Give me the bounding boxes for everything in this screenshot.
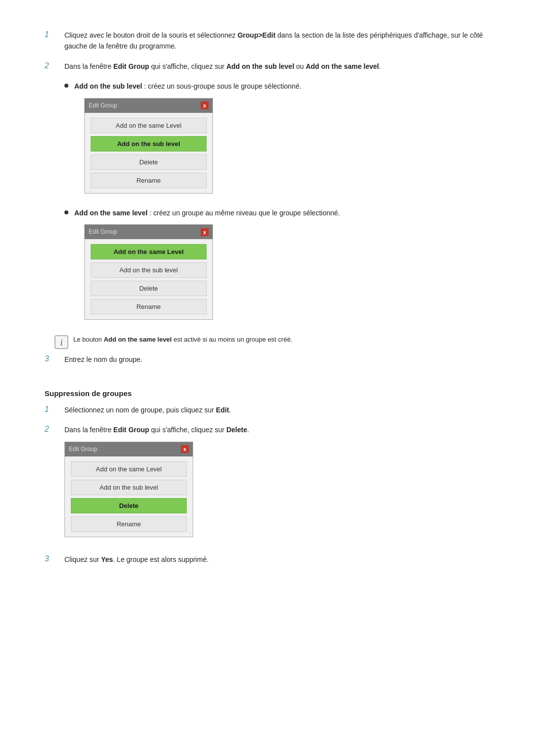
dialog-delete: Edit Group x Add on the same Level Add o… bbox=[64, 442, 193, 537]
step-2-text: Dans la fenêtre Edit Group qui s'affiche… bbox=[64, 61, 490, 72]
dialog-title-bar-3: Edit Group x bbox=[65, 442, 193, 456]
page-content: 1 Cliquez avec le bouton droit de la sou… bbox=[45, 30, 490, 565]
note-icon: i bbox=[54, 335, 68, 349]
bullet-dot-2 bbox=[64, 210, 68, 214]
suppress-step-1: 1 Sélectionnez un nom de groupe, puis cl… bbox=[45, 404, 490, 415]
step-3: 3 Entrez le nom du groupe. bbox=[45, 354, 490, 365]
suppress-step-3: 3 Cliquez sur Yes. Le groupe est alors s… bbox=[45, 554, 490, 565]
step-2: 2 Dans la fenêtre Edit Group qui s'affic… bbox=[45, 61, 490, 72]
suppress-step-3-text: Cliquez sur Yes. Le groupe est alors sup… bbox=[64, 554, 490, 565]
rename-btn-2[interactable]: Rename bbox=[91, 299, 207, 314]
step-1-text: Cliquez avec le bouton droit de la souri… bbox=[64, 30, 490, 52]
delete-btn-2[interactable]: Delete bbox=[91, 281, 207, 296]
dialog-body-2: Add on the same Level Add on the sub lev… bbox=[85, 239, 213, 319]
suppress-step-number-2: 2 bbox=[45, 424, 64, 434]
bullet-2-text: Add on the same level : créez un groupe … bbox=[74, 207, 490, 328]
add-sub-level-btn-1[interactable]: Add on the sub level bbox=[91, 136, 207, 151]
add-sub-level-btn-3[interactable]: Add on the sub level bbox=[71, 480, 187, 495]
bullet-dot-1 bbox=[64, 84, 68, 88]
rename-btn-3[interactable]: Rename bbox=[71, 516, 187, 532]
rename-btn-1[interactable]: Rename bbox=[91, 173, 207, 188]
dialog-body-3: Add on the same Level Add on the sub lev… bbox=[65, 456, 193, 537]
step-number-2: 2 bbox=[45, 61, 64, 70]
note-box: i Le bouton Add on the same level est ac… bbox=[54, 335, 481, 349]
add-same-level-btn-2[interactable]: Add on the same Level bbox=[91, 244, 207, 259]
add-same-level-btn-1[interactable]: Add on the same Level bbox=[91, 118, 207, 133]
dialog-title-3: Edit Group bbox=[69, 445, 97, 454]
dialog-body-1: Add on the same Level Add on the sub lev… bbox=[85, 113, 213, 193]
step-number-1: 1 bbox=[45, 30, 64, 39]
dialog-title-1: Edit Group bbox=[89, 101, 117, 110]
dialog-close-2[interactable]: x bbox=[201, 228, 209, 236]
bullet-section: Add on the sub level : créez un sous-gro… bbox=[64, 81, 490, 328]
section-heading-suppression: Suppression de groupes bbox=[45, 389, 490, 398]
dialog-sub-level: Edit Group x Add on the same Level Add o… bbox=[84, 98, 213, 194]
dialog-title-bar-1: Edit Group x bbox=[85, 99, 213, 113]
dialog-title-bar-2: Edit Group x bbox=[85, 225, 213, 239]
suppress-step-number-3: 3 bbox=[45, 554, 64, 563]
step-1: 1 Cliquez avec le bouton droit de la sou… bbox=[45, 30, 490, 52]
note-text: Le bouton Add on the same level est acti… bbox=[73, 335, 292, 345]
bullet-2: Add on the same level : créez un groupe … bbox=[64, 207, 490, 328]
add-same-level-btn-3[interactable]: Add on the same Level bbox=[71, 461, 187, 477]
suppress-step-2-text: Dans la fenêtre Edit Group qui s'affiche… bbox=[64, 424, 490, 545]
suppress-step-2: 2 Dans la fenêtre Edit Group qui s'affic… bbox=[45, 424, 490, 545]
dialog-same-level: Edit Group x Add on the same Level Add o… bbox=[84, 224, 213, 320]
svg-text:i: i bbox=[60, 338, 62, 348]
suppress-step-number-1: 1 bbox=[45, 404, 64, 414]
delete-btn-3[interactable]: Delete bbox=[71, 498, 187, 513]
delete-btn-1[interactable]: Delete bbox=[91, 154, 207, 170]
dialog-title-2: Edit Group bbox=[89, 227, 117, 237]
step-3-text: Entrez le nom du groupe. bbox=[64, 354, 490, 365]
suppress-step-1-text: Sélectionnez un nom de groupe, puis cliq… bbox=[64, 404, 490, 415]
add-sub-level-btn-2[interactable]: Add on the sub level bbox=[91, 262, 207, 278]
dialog-close-1[interactable]: x bbox=[201, 101, 209, 109]
bullet-1: Add on the sub level : créez un sous-gro… bbox=[64, 81, 490, 202]
dialog-close-3[interactable]: x bbox=[181, 445, 189, 453]
bullet-1-text: Add on the sub level : créez un sous-gro… bbox=[74, 81, 490, 202]
step-number-3: 3 bbox=[45, 354, 64, 363]
